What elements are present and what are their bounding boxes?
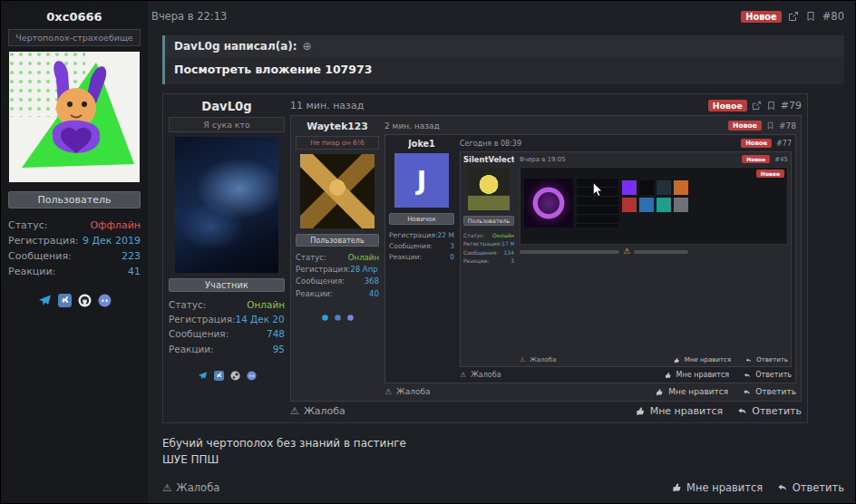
telegram-icon[interactable]	[38, 294, 52, 307]
quote-attribution: DavL0g написал(а):	[174, 40, 297, 53]
bookmark-icon[interactable]	[805, 11, 816, 22]
nested3-username: Joke1	[408, 139, 434, 149]
post-author-panel: 0xc0666 Чертополох-страхоебище Пользоват…	[8, 8, 141, 496]
report-icon: ⚠	[520, 356, 525, 363]
post-number: #45	[774, 156, 788, 163]
nested1-stats: Статус:Онлайн Регистрация:14 Дек 2018 Со…	[169, 297, 285, 356]
new-badge: Новое	[728, 121, 762, 131]
stat-label: Сообщения:	[296, 276, 345, 287]
forum-thread-page: 0xc0666 Чертополох-страхоебище Пользоват…	[0, 0, 856, 504]
report-label: Жалоба	[530, 356, 556, 363]
stat-value: Онлайн	[348, 252, 379, 264]
body-line: Ебучий чертополох без знаний в пастинге	[162, 435, 844, 451]
like-button: Мне нравится	[674, 356, 731, 363]
post-timestamp[interactable]: Вчера в 22:13	[151, 10, 227, 23]
share-icon[interactable]	[788, 11, 799, 22]
stat-value: 0	[450, 252, 454, 263]
new-badge: Новое	[741, 139, 772, 148]
nested-post-level3: Joke1 J Новичок Регистрация:22 Мая 2020 …	[384, 134, 796, 383]
quote-header[interactable]: DavL0g написал(а): ⊕	[165, 35, 844, 57]
nested4-username: SilentVelected	[463, 155, 514, 164]
report-link: ⚠Жалоба	[290, 405, 345, 417]
quote-attachment-link[interactable]: Посмотреть вложение 107973	[165, 57, 844, 84]
post-number: #78	[779, 121, 796, 131]
stat-label: Статус:	[8, 218, 48, 233]
new-badge[interactable]: Новое	[741, 11, 781, 23]
vk-icon[interactable]	[58, 294, 72, 307]
body-line: ШУЕ ППШ	[162, 451, 844, 468]
album-tile	[674, 198, 688, 212]
bookmark-icon	[766, 121, 774, 130]
reply-button: Ответить	[745, 356, 788, 363]
author-username[interactable]: 0xc0666	[46, 10, 102, 24]
share-icon	[752, 101, 762, 111]
stat-value: Онлайн	[492, 231, 514, 239]
stat-value: 223	[122, 248, 141, 264]
telegram-icon	[322, 315, 328, 321]
album-tile	[622, 198, 637, 212]
reply-label: Ответить	[793, 481, 844, 494]
stat-row-reactions: Реакции: 41	[8, 264, 141, 279]
reply-label: Ответить	[755, 387, 796, 396]
report-label: Жалоба	[304, 405, 345, 417]
report-label: Жалоба	[176, 481, 219, 494]
nested2-footer: ⚠Жалоба Мне нравится Ответить	[384, 387, 796, 396]
stat-label: Реакции:	[296, 288, 333, 300]
report-icon: ⚠	[460, 371, 466, 379]
nested2-role-badge: Пользователь	[296, 234, 379, 247]
report-link: ⚠Жалоба	[460, 371, 501, 379]
nested2-header: 2 мин. назад Новое #78	[384, 121, 796, 131]
stat-value: Оффлайн	[90, 218, 141, 233]
nested3-header: Сегодня в 08:39 Новое #77	[460, 139, 792, 148]
report-link[interactable]: ⚠Жалоба	[162, 481, 219, 494]
reply-button[interactable]: Ответить	[777, 481, 844, 494]
nested1-social-links	[198, 371, 257, 381]
attached-screenshot[interactable]: DavL0g Я сука кто Участник Статус:Онлайн…	[162, 93, 808, 423]
like-label: Мне нравится	[676, 371, 730, 379]
telegram-icon	[198, 371, 208, 381]
reply-label: Ответить	[756, 356, 788, 363]
stat-label: Реакции:	[389, 252, 422, 263]
steam-icon	[230, 371, 240, 381]
report-icon: ⚠	[290, 405, 299, 417]
author-social-links	[38, 294, 112, 307]
report-label: Жалоба	[396, 387, 431, 396]
album-tile	[657, 180, 671, 195]
stat-label: Статус:	[463, 231, 485, 239]
reply-button: Ответить	[744, 371, 792, 379]
nested1-avatar	[175, 137, 278, 273]
blurred-text	[520, 250, 619, 254]
stat-label: Регистрация:	[169, 312, 236, 326]
author-avatar[interactable]	[9, 52, 140, 182]
nested3-avatar: J	[394, 153, 449, 208]
reply-label: Ответить	[752, 405, 802, 417]
stat-value: 3	[511, 257, 514, 265]
vk-icon	[214, 371, 224, 381]
nested-post-level4: SilentVelected Пользователь Статус:Онлай…	[460, 151, 792, 367]
nested1-footer: ⚠Жалоба Мне нравится Ответить	[290, 405, 802, 417]
cartoon-avatar-image	[9, 52, 140, 182]
nested-post-level1: DavL0g Я сука кто Участник Статус:Онлайн…	[163, 94, 807, 422]
reply-button: Ответить	[743, 387, 796, 396]
stat-value: 28 Апр 2020	[350, 264, 379, 276]
expand-icon[interactable]: ⊕	[303, 40, 312, 53]
like-button[interactable]: Мне нравится	[672, 481, 764, 494]
author-stats: Статус: Оффлайн Регистрация: 9 Дек 2019 …	[8, 218, 141, 279]
post-content-area: Вчера в 22:13 Новое #80 DavL0g написал(а…	[148, 1, 855, 503]
nested1-role-badge: Участник	[169, 278, 285, 292]
report-icon: ⚠	[384, 387, 392, 396]
nested2-social-links	[322, 315, 354, 321]
reply-button: Ответить	[737, 405, 802, 417]
stat-row-registered: Регистрация: 9 Дек 2019	[8, 233, 141, 248]
new-badge: Новое	[742, 155, 770, 163]
stat-value: 368	[365, 276, 379, 287]
stat-label: Реакции:	[8, 264, 55, 279]
post-body-text: Ебучий чертополох без знаний в пастинге …	[162, 435, 844, 476]
stat-value: 748	[267, 326, 285, 341]
nested4-author-panel: SilentVelected Пользователь Статус:Онлай…	[463, 155, 514, 363]
like-button: Мне нравится	[665, 371, 730, 379]
github-icon[interactable]	[78, 294, 92, 307]
nested4-role-badge: Пользователь	[463, 216, 514, 226]
post-number-link[interactable]: #80	[822, 10, 844, 23]
discord-icon[interactable]	[98, 294, 112, 307]
